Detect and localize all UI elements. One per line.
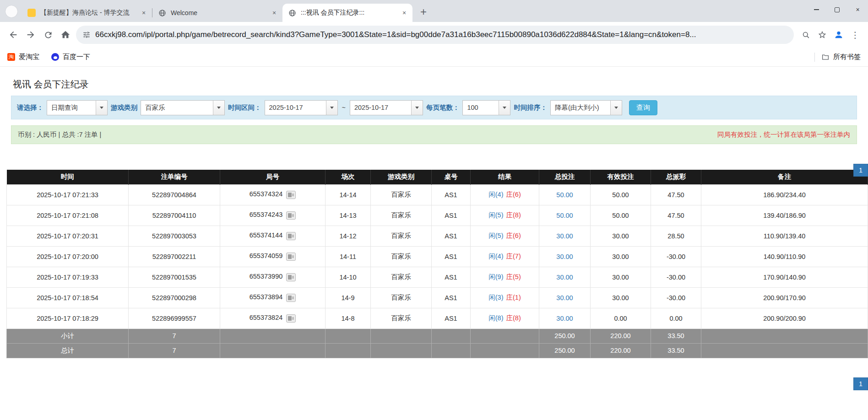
sort-order-combo[interactable]: 降幕(由大到小): [550, 100, 622, 115]
combo-value: 日期查询: [47, 101, 96, 115]
forward-button[interactable]: [22, 26, 39, 43]
footer-empty-cell: [371, 328, 432, 343]
table-body: 2025-10-17 07:21:33 522897004864 6553743…: [7, 184, 868, 328]
header-cell: 结果: [471, 170, 539, 184]
footer-empty-cell: [326, 328, 371, 343]
header-cell: 备注: [701, 170, 868, 184]
tab-forum[interactable]: 【新提醒】海燕论坛 - 博学交流 ×: [22, 4, 152, 22]
tab-betrecord[interactable]: :::视讯 会员下注纪录::: ×: [282, 4, 412, 22]
bet-amount-link[interactable]: 30.00: [556, 232, 573, 240]
zoom-icon[interactable]: [797, 26, 814, 43]
query-type-combo[interactable]: 日期查询: [47, 100, 108, 115]
page-size-combo[interactable]: 100: [462, 100, 510, 115]
pagination-page-button[interactable]: 1: [853, 377, 868, 390]
bookmark-baidu[interactable]: 百度一下: [51, 53, 90, 61]
cell-time: 2025-10-17 07:19:33: [7, 267, 129, 287]
currency-summary: 币别 : 人民币 | 总共 :7 注单 |: [18, 130, 101, 139]
search-button[interactable]: 查询: [629, 100, 657, 115]
footer-empty-cell: [371, 343, 432, 358]
bet-amount-link[interactable]: 30.00: [556, 253, 573, 260]
subtotal-count: 7: [129, 328, 220, 343]
result-player: 闲(9): [488, 273, 503, 280]
bet-amount-link[interactable]: 30.00: [556, 274, 573, 281]
tab-welcome[interactable]: Welcome ×: [152, 4, 282, 22]
cell-payout: 0.00: [651, 308, 701, 328]
filter-range-label: 时间区间：: [228, 103, 261, 112]
result-banker: 庄(8): [506, 314, 521, 322]
bet-amount-link[interactable]: 50.00: [556, 212, 573, 219]
taobao-icon: 淘: [7, 53, 15, 61]
profile-button[interactable]: [830, 26, 847, 43]
round-detail-icon[interactable]: [286, 314, 296, 323]
chevron-down-icon[interactable]: [610, 101, 622, 115]
bookmarks-divider: [814, 53, 815, 62]
combo-value: 2025-10-17: [350, 101, 411, 115]
tab-search-button[interactable]: [5, 5, 17, 17]
round-detail-icon[interactable]: [286, 294, 296, 302]
round-detail-icon[interactable]: [286, 211, 296, 220]
cell-session: 14-8: [326, 308, 371, 328]
game-type-combo[interactable]: 百家乐: [141, 100, 225, 115]
total-label: 总计: [7, 343, 129, 358]
bet-amount-link[interactable]: 30.00: [556, 294, 573, 302]
maximize-button[interactable]: [827, 0, 847, 19]
tab-close-icon[interactable]: ×: [400, 8, 409, 17]
toolbar-right: ⋮: [797, 26, 863, 43]
tab-close-icon[interactable]: ×: [270, 8, 279, 17]
date-from-combo[interactable]: 2025-10-17: [265, 100, 338, 115]
cell-total-bet: 50.00: [539, 184, 591, 205]
round-detail-icon[interactable]: [286, 253, 296, 261]
header-cell: 总投注: [539, 170, 591, 184]
header-cell: 桌号: [432, 170, 471, 184]
cell-time: 2025-10-17 07:18:54: [7, 287, 129, 308]
bet-amount-link[interactable]: 30.00: [556, 315, 573, 322]
cell-total-bet: 50.00: [539, 205, 591, 226]
site-info-icon[interactable]: [82, 31, 91, 39]
cell-table-no: AS1: [432, 267, 471, 287]
round-detail-icon[interactable]: [286, 273, 296, 281]
new-tab-button[interactable]: +: [416, 5, 431, 19]
cell-game-type: 百家乐: [371, 287, 432, 308]
bookmark-taobao[interactable]: 淘 爱淘宝: [7, 53, 39, 61]
vertical-dots-icon: ⋮: [851, 30, 860, 40]
chevron-down-icon[interactable]: [326, 101, 337, 115]
cell-total-bet: 30.00: [539, 287, 591, 308]
result-player: 闲(5): [488, 211, 503, 219]
date-to-combo[interactable]: 2025-10-17: [350, 100, 423, 115]
table-row: 2025-10-17 07:21:33 522897004864 6553743…: [7, 184, 868, 205]
cell-payout: -30.00: [651, 287, 701, 308]
back-button[interactable]: [5, 26, 22, 43]
cell-note: 140.90/110.90: [701, 246, 868, 267]
chevron-down-icon[interactable]: [499, 101, 510, 115]
address-bar[interactable]: 66cxkj98.com/ipl/portal.php/game/betreco…: [76, 26, 794, 44]
chevron-down-icon[interactable]: [411, 101, 423, 115]
browser-window: 【新提醒】海燕论坛 - 博学交流 × Welcome × :::视讯 会员下注纪…: [0, 0, 868, 67]
menu-button[interactable]: ⋮: [847, 26, 863, 43]
cell-session: 14-10: [326, 267, 371, 287]
header-cell: 时间: [7, 170, 129, 184]
maximize-icon: [835, 7, 840, 12]
chevron-down-icon[interactable]: [213, 101, 224, 115]
footer-empty-cell: [220, 328, 326, 343]
globe-icon: [288, 9, 296, 17]
subtotal-label: 小计: [7, 328, 129, 343]
round-detail-icon[interactable]: [286, 232, 296, 240]
close-window-button[interactable]: ×: [847, 0, 868, 19]
home-button[interactable]: [57, 26, 74, 43]
all-bookmarks-button[interactable]: 所有书签: [821, 53, 861, 61]
cell-game-type: 百家乐: [371, 184, 432, 205]
cell-bet-id: 522897003053: [129, 226, 220, 246]
minimize-button[interactable]: [806, 0, 827, 19]
bookmark-label: 百度一下: [63, 53, 90, 61]
reload-button[interactable]: [39, 26, 57, 43]
chevron-down-icon[interactable]: [96, 101, 107, 115]
bet-amount-link[interactable]: 50.00: [556, 191, 573, 199]
tab-close-icon[interactable]: ×: [139, 8, 148, 17]
round-id: 655373990: [250, 273, 283, 280]
cell-payout: 47.50: [651, 205, 701, 226]
url-text: 66cxkj98.com/ipl/portal.php/game/betreco…: [95, 30, 696, 39]
table-row: 2025-10-17 07:20:00 522897002211 6553740…: [7, 246, 868, 267]
bookmark-star-button[interactable]: [814, 26, 830, 43]
round-detail-icon[interactable]: [286, 191, 296, 199]
pagination-page-button[interactable]: 1: [853, 164, 868, 177]
